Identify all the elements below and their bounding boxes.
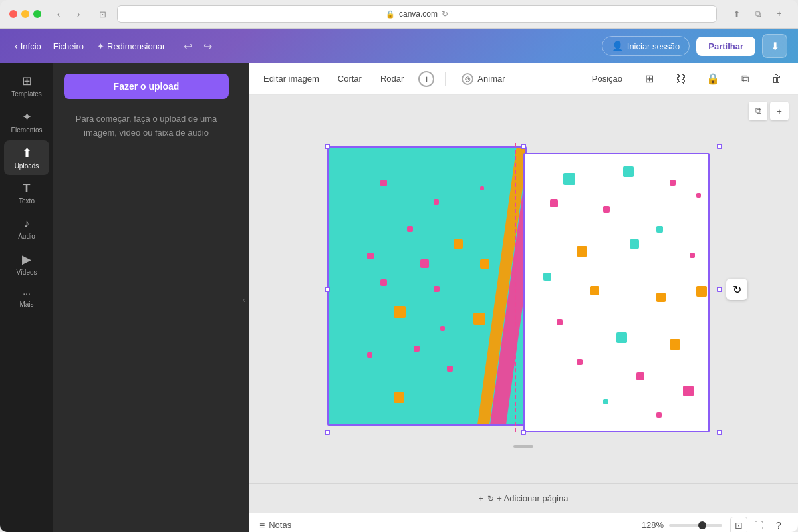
canvas-toolbar: Editar imagem Cortar Rodar i ◎ Animar Po…	[249, 63, 798, 95]
canvas-area: Editar imagem Cortar Rodar i ◎ Animar Po…	[249, 63, 798, 532]
animate-btn[interactable]: ◎ Animar	[456, 70, 510, 88]
position-label: Posição	[592, 74, 622, 84]
handle-bl[interactable]	[325, 430, 330, 435]
canvas-expand-btn[interactable]: +	[770, 102, 789, 120]
resize-label: Redimensionar	[107, 41, 165, 51]
browser-chrome: ‹ › ⊡ 🔒 canva.com ↻ ⬆ ⧉ +	[0, 0, 798, 29]
share-browser-btn[interactable]: ⬆	[728, 7, 746, 21]
download-btn[interactable]: ⬇	[762, 34, 787, 58]
plus-icon: +	[479, 493, 484, 503]
panel-collapse-handle[interactable]: ‹	[239, 63, 249, 532]
edit-image-btn[interactable]: Editar imagem	[259, 71, 323, 86]
resize-btn[interactable]: ✦ Redimensionar	[92, 39, 170, 54]
new-tab-btn[interactable]: ⧉	[749, 7, 767, 21]
collapse-icon: ‹	[243, 295, 245, 305]
crop-btn[interactable]: Cortar	[334, 71, 366, 86]
signin-label: Iniciar sessão	[627, 41, 680, 51]
fullpage-btn[interactable]: ⊡	[730, 517, 747, 533]
templates-icon: ⊞	[22, 74, 32, 88]
audio-label: Áudio	[18, 233, 35, 240]
add-page-text: + Adicionar página	[497, 493, 568, 503]
upload-help-text: Para começar, faça o upload de uma image…	[64, 112, 229, 140]
sidebar-item-uploads[interactable]: ⬆ Uploads	[4, 140, 49, 175]
help-btn[interactable]: ?	[770, 517, 787, 533]
sidebar: ⊞ Templates ✦ Elementos ⬆ Uploads T Text…	[0, 63, 53, 532]
rotate-label: Rodar	[380, 74, 404, 84]
zoom-level: 128%	[642, 520, 664, 530]
mais-icon: ···	[23, 288, 31, 299]
signin-btn[interactable]: 👤 Iniciar sessão	[602, 36, 690, 56]
texto-icon: T	[23, 182, 31, 196]
fullscreen-btn[interactable]: ⛶	[750, 517, 767, 533]
refresh-icon: ↻	[442, 9, 448, 19]
user-icon: 👤	[612, 41, 623, 51]
sidebar-item-videos[interactable]: ▶ Vídeos	[4, 247, 49, 281]
refresh-btn[interactable]: ↻	[726, 279, 747, 300]
add-page-btn[interactable]: + ↻ + Adicionar página	[471, 489, 577, 507]
texto-label: Texto	[19, 198, 35, 205]
minimize-btn[interactable]	[21, 10, 29, 18]
bottom-icons: ⊡ ⛶ ?	[730, 517, 787, 533]
handle-br[interactable]	[717, 430, 722, 435]
crop-label: Cortar	[338, 74, 362, 84]
app-header: ‹ Início Ficheiro ✦ Redimensionar ↩ ↪ 👤 …	[0, 29, 798, 63]
add-tab-btn[interactable]: +	[770, 7, 789, 21]
rotate-btn[interactable]: Rodar	[376, 71, 408, 86]
sidebar-item-texto[interactable]: T Texto	[4, 176, 49, 210]
link-btn[interactable]: ⛓	[670, 68, 692, 90]
browser-actions: ⬆ ⧉ +	[728, 7, 789, 21]
handle-mr[interactable]	[717, 287, 722, 292]
window-controls: ⊡	[93, 7, 112, 21]
upload-btn-label: Fazer o upload	[114, 81, 180, 92]
redo-btn[interactable]: ↪	[198, 37, 217, 55]
handle-tl[interactable]	[325, 144, 330, 149]
animate-icon: ◎	[462, 73, 473, 85]
videos-icon: ▶	[22, 252, 31, 267]
page-right[interactable]	[523, 153, 710, 432]
back-home-btn[interactable]: ‹ Início	[11, 38, 45, 54]
delete-btn[interactable]: 🗑	[766, 68, 787, 90]
grid-btn[interactable]: ⊞	[638, 68, 660, 90]
position-btn[interactable]: Posição	[587, 71, 628, 86]
window-btn[interactable]: ⊡	[93, 7, 112, 21]
chevron-left-icon: ‹	[15, 41, 18, 51]
canvas-top-right-controls: ⧉ +	[749, 102, 789, 120]
undo-btn[interactable]: ↩	[178, 37, 197, 55]
canvas-workspace: ⧉ +	[249, 95, 798, 483]
handle-bm[interactable]	[521, 430, 526, 435]
handle-ml[interactable]	[325, 287, 330, 292]
close-btn[interactable]	[9, 10, 17, 18]
handle-tr[interactable]	[717, 144, 722, 149]
elements-icon: ✦	[22, 110, 32, 124]
canvas-copy-btn[interactable]: ⧉	[749, 102, 767, 120]
mais-label: Mais	[19, 301, 33, 308]
sidebar-item-templates[interactable]: ⊞ Templates	[4, 68, 49, 103]
traffic-lights	[9, 10, 41, 18]
zoom-slider-thumb[interactable]	[698, 521, 706, 529]
page-left[interactable]	[327, 146, 527, 426]
forward-nav-btn[interactable]: ›	[69, 7, 88, 21]
lock-btn[interactable]: 🔒	[702, 68, 724, 90]
handle-tm[interactable]	[521, 144, 526, 149]
file-label: Ficheiro	[53, 41, 84, 51]
resize-icon: ✦	[97, 41, 104, 51]
zoom-slider-track[interactable]	[669, 524, 722, 527]
share-label: Partilhar	[708, 41, 743, 51]
animate-label: Animar	[477, 74, 505, 84]
add-page-label: ↻ + Adicionar página	[487, 493, 568, 503]
sidebar-item-audio[interactable]: ♪ Áudio	[4, 211, 49, 245]
file-btn[interactable]: Ficheiro	[48, 39, 89, 54]
share-btn[interactable]: Partilhar	[696, 37, 755, 56]
upload-btn[interactable]: Fazer o upload	[64, 74, 229, 99]
zoom-control: 128%	[642, 520, 722, 530]
url-bar[interactable]: 🔒 canva.com ↻	[117, 5, 717, 23]
audio-icon: ♪	[24, 217, 30, 231]
uploads-label: Uploads	[15, 162, 39, 170]
back-nav-btn[interactable]: ‹	[49, 7, 68, 21]
duplicate-btn[interactable]: ⧉	[734, 68, 755, 90]
sidebar-item-elements[interactable]: ✦ Elementos	[4, 104, 49, 139]
notes-btn[interactable]: ≡ Notas	[259, 520, 291, 531]
info-btn[interactable]: i	[418, 71, 434, 87]
maximize-btn[interactable]	[33, 10, 41, 18]
sidebar-item-mais[interactable]: ··· Mais	[4, 283, 49, 313]
